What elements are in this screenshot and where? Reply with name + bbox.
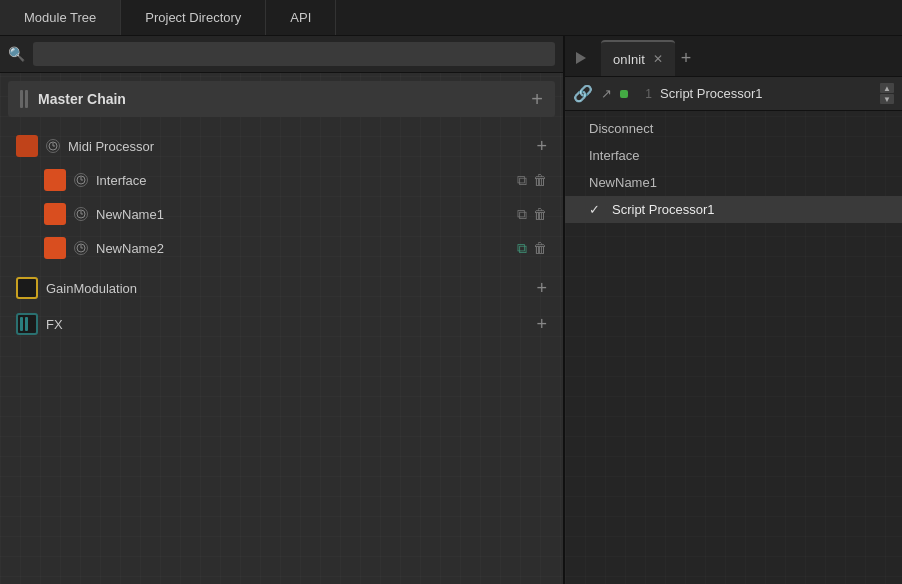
right-top-bar: onInit ✕ +	[565, 36, 902, 77]
green-status-dot	[620, 90, 628, 98]
newname2-name: NewName2	[96, 241, 509, 256]
tab-module-tree[interactable]: Module Tree	[0, 0, 121, 35]
search-input[interactable]	[33, 42, 555, 66]
spinner-down-button[interactable]: ▼	[880, 94, 894, 104]
newname2-actions: ⧉ 🗑	[517, 240, 547, 257]
oninit-tab-label: onInit	[613, 52, 645, 67]
gain-modulation-add-button[interactable]: +	[536, 279, 547, 297]
master-chain-header: Master Chain +	[8, 81, 555, 117]
newname1-name: NewName1	[96, 207, 509, 222]
right-panel: onInit ✕ + 🔗 ↗ 1 Script Processor1 ▲ ▼ D…	[565, 36, 902, 584]
gain-modulation-name: GainModulation	[46, 281, 528, 296]
interface-label: Interface	[589, 148, 640, 163]
spinner-up-button[interactable]: ▲	[880, 83, 894, 93]
interface-clock-icon	[74, 173, 88, 187]
oninit-tab[interactable]: onInit ✕	[601, 40, 675, 76]
midi-processor-name: Midi Processor	[68, 139, 528, 154]
chain-icon	[20, 90, 28, 108]
chain-title: Master Chain	[38, 91, 531, 107]
module-list: Midi Processor + Interface	[0, 125, 563, 345]
disconnect-label: Disconnect	[589, 121, 653, 136]
close-tab-button[interactable]: ✕	[653, 53, 663, 65]
line-number: 1	[636, 87, 652, 101]
newname1-color-box	[44, 203, 66, 225]
interface-name: Interface	[96, 173, 509, 188]
processor-dropdown-list: Disconnect Interface NewName1 ✓ Script P…	[565, 111, 902, 227]
interface-color-box	[44, 169, 66, 191]
search-bar: 🔍	[0, 36, 563, 73]
left-panel: 🔍 Master Chain +	[0, 36, 565, 584]
new-tab-button[interactable]: +	[681, 40, 692, 76]
midi-processor-group: Midi Processor + Interface	[8, 129, 555, 265]
script-processor-bar: 🔗 ↗ 1 Script Processor1 ▲ ▼	[565, 77, 902, 111]
gain-modulation-item[interactable]: GainModulation +	[8, 271, 555, 305]
interface-item[interactable]: Interface ⧉ 🗑	[8, 163, 555, 197]
search-icon: 🔍	[8, 46, 25, 62]
tab-api[interactable]: API	[266, 0, 336, 35]
newname2-color-box	[44, 237, 66, 259]
fx-item[interactable]: FX +	[8, 307, 555, 341]
gain-modulation-color-box	[16, 277, 38, 299]
master-chain-add-button[interactable]: +	[531, 89, 543, 109]
external-link-icon[interactable]: ↗	[601, 86, 612, 101]
newname2-delete-icon[interactable]: 🗑	[533, 240, 547, 256]
header-bar: Module Tree Project Directory API	[0, 0, 902, 36]
link-icon[interactable]: 🔗	[573, 84, 593, 103]
dropdown-item-disconnect[interactable]: Disconnect	[565, 115, 902, 142]
newname2-clock-icon	[74, 241, 88, 255]
dropdown-item-interface[interactable]: Interface	[565, 142, 902, 169]
newname1-delete-icon[interactable]: 🗑	[533, 206, 547, 222]
newname1-label: NewName1	[589, 175, 657, 190]
tab-project-directory[interactable]: Project Directory	[121, 0, 266, 35]
dropdown-item-newname1[interactable]: NewName1	[565, 169, 902, 196]
midi-processor-add-button[interactable]: +	[536, 137, 547, 155]
spinner-controls: ▲ ▼	[880, 83, 894, 104]
newname1-actions: ⧉ 🗑	[517, 206, 547, 223]
interface-delete-icon[interactable]: 🗑	[533, 172, 547, 188]
newname1-external-icon[interactable]: ⧉	[517, 206, 527, 223]
newname2-item[interactable]: NewName2 ⧉ 🗑	[8, 231, 555, 265]
selected-checkmark: ✓	[589, 202, 600, 217]
script-processor1-label: Script Processor1	[612, 202, 715, 217]
interface-actions: ⧉ 🗑	[517, 172, 547, 189]
midi-processor-clock-icon	[46, 139, 60, 153]
newname1-clock-icon	[74, 207, 88, 221]
newname1-item[interactable]: NewName1 ⧉ 🗑	[8, 197, 555, 231]
fx-color-box	[16, 313, 38, 335]
processor-name: Script Processor1	[660, 86, 872, 101]
interface-external-icon[interactable]: ⧉	[517, 172, 527, 189]
midi-processor-item[interactable]: Midi Processor +	[8, 129, 555, 163]
dropdown-item-script-processor1[interactable]: ✓ Script Processor1	[565, 196, 902, 223]
play-arrow-icon	[576, 52, 586, 64]
newname2-external-icon[interactable]: ⧉	[517, 240, 527, 257]
fx-add-button[interactable]: +	[536, 315, 547, 333]
fx-name: FX	[46, 317, 528, 332]
main-content: 🔍 Master Chain +	[0, 36, 902, 584]
midi-processor-color-box	[16, 135, 38, 157]
